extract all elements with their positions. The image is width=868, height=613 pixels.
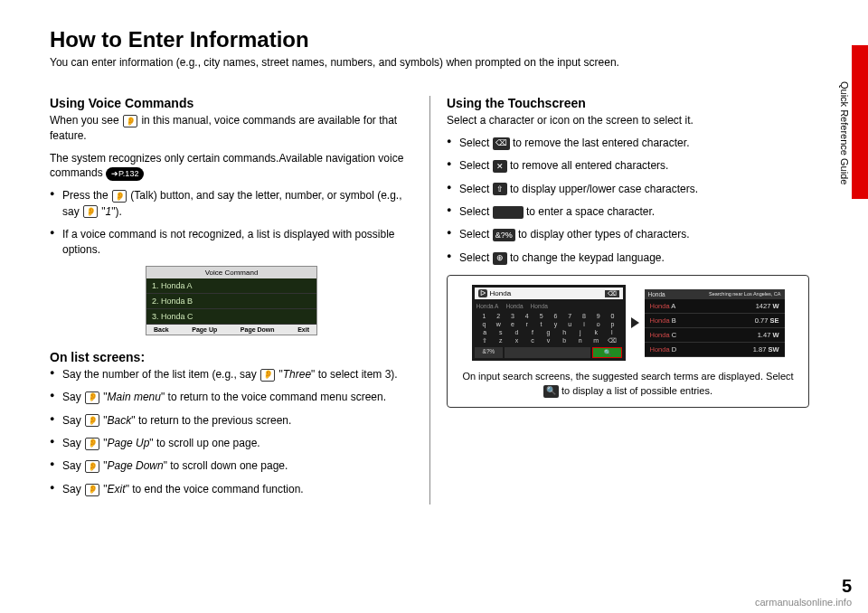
talk-icon: 👂 bbox=[85, 460, 99, 473]
text: Press the bbox=[62, 189, 111, 202]
talk-icon: 👂 bbox=[85, 438, 99, 450]
vc-title: Voice Command bbox=[146, 267, 316, 278]
results-row: Honda D1.87 SW bbox=[645, 343, 785, 357]
talk-icon: 👂 bbox=[83, 205, 98, 218]
touch-bullet: Select to enter a space character. bbox=[447, 204, 809, 220]
talk-icon: 👂 bbox=[260, 369, 275, 382]
text: Select bbox=[459, 159, 493, 172]
kb-sugg-item: Honda bbox=[531, 303, 548, 309]
talk-icon: 👂 bbox=[85, 391, 99, 404]
vc-row: 1. Honda A bbox=[146, 278, 316, 294]
touch-heading: Using the Touchscreen bbox=[447, 96, 809, 110]
vc-foot-btn: Back bbox=[154, 326, 169, 333]
kb-space-btn bbox=[505, 347, 590, 358]
kb-row: 1234567890 bbox=[475, 312, 623, 320]
voice-cmd: Page Down bbox=[108, 459, 164, 472]
list-heading: On list screens: bbox=[50, 350, 413, 364]
list-bullet: Say 👂 "Exit" to end the voice command fu… bbox=[50, 482, 413, 497]
clear-icon: ⌫ bbox=[605, 290, 619, 297]
kb-bottom-row: &?%🔍 bbox=[475, 347, 623, 358]
res-head-r: Searching near Los Angeles, CA bbox=[709, 291, 781, 297]
voice-cmd: Main menu bbox=[108, 391, 161, 403]
touch-bullet: Select &?% to display other types of cha… bbox=[447, 227, 809, 242]
page-title: How to Enter Information bbox=[50, 27, 823, 52]
voice-cmd: Back bbox=[108, 414, 132, 427]
text: to change the keypad language. bbox=[507, 251, 665, 264]
text: Say bbox=[62, 391, 84, 403]
res-head-l: Honda bbox=[648, 291, 665, 297]
text: " to select item 3). bbox=[311, 368, 398, 381]
text: The system recognizes only certain comma… bbox=[50, 152, 403, 180]
talk-icon: 👂 bbox=[85, 484, 99, 496]
voice-heading: Using Voice Commands bbox=[50, 96, 413, 110]
voice-cmd: Three bbox=[283, 368, 311, 381]
touch-p1: Select a character or icon on the screen… bbox=[447, 113, 809, 128]
text: " to return to the voice command menu sc… bbox=[161, 391, 386, 403]
text: " to return to the previous screen. bbox=[131, 414, 291, 427]
results-screenshot: HondaSearching near Los Angeles, CA Hond… bbox=[645, 289, 785, 357]
kb-sugg-item: Honda bbox=[505, 303, 523, 309]
text: " to end the voice command function. bbox=[126, 483, 304, 495]
touch-bullet: Select ⌫ to remove the last entered char… bbox=[447, 136, 809, 151]
voice-p2: The system recognizes only certain comma… bbox=[50, 151, 413, 182]
text: Say the number of the list item (e.g., s… bbox=[62, 368, 259, 381]
text: Say bbox=[62, 414, 84, 427]
text: to enter a space character. bbox=[524, 205, 655, 218]
arrow-icon bbox=[631, 317, 639, 328]
vc-foot-btn: Page Down bbox=[241, 326, 275, 333]
touch-bullet: Select ⇧ to display upper/lower case cha… bbox=[447, 182, 809, 197]
text: Select bbox=[459, 183, 493, 195]
text: Select bbox=[459, 205, 493, 218]
list-bullet: Say 👂 "Main menu" to return to the voice… bbox=[50, 390, 413, 405]
text: On input search screens, the suggested s… bbox=[462, 371, 793, 382]
text: to display other types of characters. bbox=[515, 228, 690, 240]
text: to display a list of possible entries. bbox=[559, 385, 712, 396]
list-bullet: Say 👂 "Page Up" to scroll up one page. bbox=[50, 436, 413, 451]
kb-row: qwertyuiop bbox=[475, 320, 623, 328]
results-row: Honda B0.77 SE bbox=[645, 314, 785, 328]
kb-row: ⇧zxcvbnm⌫ bbox=[475, 336, 623, 345]
vc-row: 2. Honda B bbox=[146, 294, 316, 309]
clear-icon: ✕ bbox=[493, 160, 507, 173]
results-header: HondaSearching near Los Angeles, CA bbox=[645, 289, 785, 299]
page-number: 5 bbox=[755, 576, 852, 597]
text: " to scroll down one page. bbox=[164, 459, 288, 472]
vc-foot-btn: Exit bbox=[297, 326, 309, 333]
text: When you see bbox=[50, 114, 122, 127]
talk-icon: 👂 bbox=[85, 414, 99, 427]
vc-foot-btn: Page Up bbox=[192, 326, 217, 333]
kb-sym-btn: &?% bbox=[475, 347, 504, 358]
results-row: Honda A1427 W bbox=[645, 299, 785, 314]
voice-bullet-1: Press the 👂 (Talk) button, and say the l… bbox=[50, 188, 413, 220]
touch-bullet: Select ⊕ to change the keypad language. bbox=[447, 250, 809, 266]
symbols-icon: &?% bbox=[493, 229, 515, 241]
text: " bbox=[276, 368, 283, 381]
kb-suggestions: Honda AHondaHonda bbox=[475, 302, 623, 312]
figure-caption: On input search screens, the suggested s… bbox=[462, 370, 794, 398]
text: Say bbox=[62, 459, 84, 472]
text: to remove all entered characters. bbox=[507, 159, 669, 172]
kb-query: Honda bbox=[490, 289, 512, 297]
keyboard-screenshot: ᐅHonda⌫ Honda AHondaHonda 1234567890 qwe… bbox=[472, 285, 626, 361]
voice-bullet-2: If a voice command is not recognized, a … bbox=[50, 227, 413, 259]
left-column: Using Voice Commands When you see 👂 in t… bbox=[50, 96, 429, 505]
right-column: Using the Touchscreen Select a character… bbox=[429, 96, 809, 505]
text: Select bbox=[459, 137, 493, 149]
back-icon: ᐅ bbox=[478, 289, 487, 297]
text: to remove the last entered character. bbox=[510, 137, 690, 149]
text: Say bbox=[62, 483, 84, 495]
page-intro: You can enter information (e.g., city na… bbox=[50, 56, 823, 69]
results-row: Honda C1.47 W bbox=[645, 328, 785, 343]
kb-row: asdfghjkl bbox=[475, 328, 623, 336]
shift-icon: ⇧ bbox=[493, 183, 507, 195]
globe-icon: ⊕ bbox=[493, 252, 507, 265]
text: to display upper/lower case characters. bbox=[507, 183, 698, 195]
vc-footer: Back Page Up Page Down Exit bbox=[146, 325, 316, 335]
text: Select bbox=[459, 228, 493, 240]
space-icon bbox=[493, 206, 524, 219]
page-ref-pill: ➔P.132 bbox=[106, 167, 144, 181]
text: Say bbox=[62, 437, 84, 449]
text: Select bbox=[459, 251, 493, 264]
kb-sugg-item: Honda A bbox=[476, 303, 499, 309]
list-bullet: Say 👂 "Back" to return to the previous s… bbox=[50, 413, 413, 429]
